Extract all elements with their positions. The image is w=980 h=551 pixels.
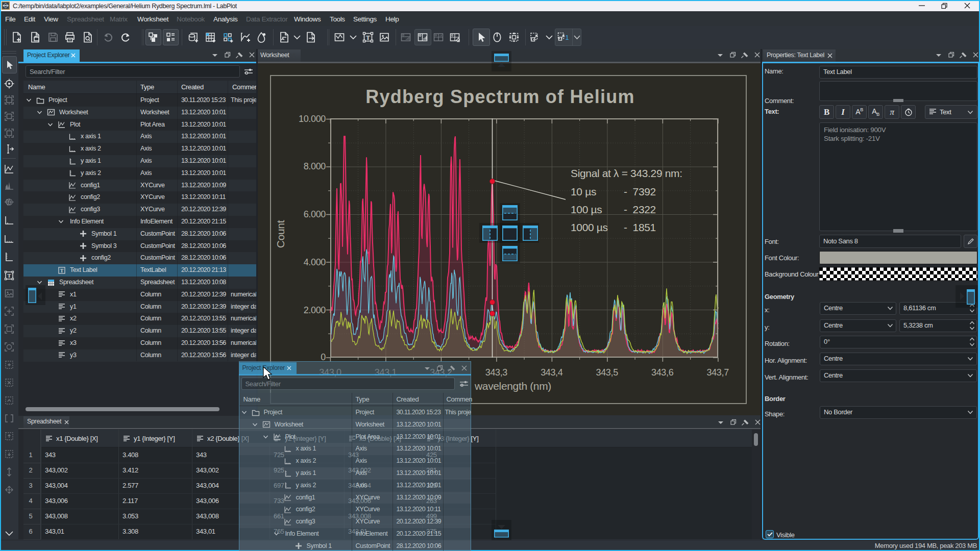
svg-text:T: T — [60, 268, 64, 273]
svg-text:T: T — [366, 34, 370, 41]
svg-text:1: 1 — [566, 34, 569, 41]
svg-text:T: T — [7, 273, 11, 279]
